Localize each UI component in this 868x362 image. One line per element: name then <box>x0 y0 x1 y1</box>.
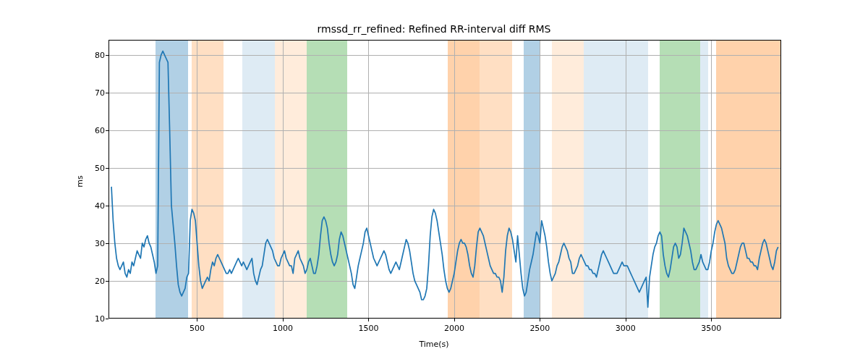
y-tick-label: 10 <box>69 315 105 323</box>
x-tick-label: 1500 <box>346 324 390 333</box>
y-tick-label: 20 <box>69 277 105 285</box>
line-series <box>111 51 778 308</box>
x-tick-label: 2500 <box>518 324 561 333</box>
x-axis-label: Time(s) <box>0 340 868 349</box>
figure: rmssd_rr_refined: Refined RR-interval di… <box>0 0 868 362</box>
y-tick-label: 30 <box>69 240 105 248</box>
x-tick-label: 2000 <box>433 324 476 333</box>
y-tick-label: 70 <box>69 89 105 97</box>
y-tick-label: 50 <box>69 164 105 172</box>
line-series-svg <box>109 40 781 319</box>
chart-title: rmssd_rr_refined: Refined RR-interval di… <box>0 23 868 35</box>
y-tick-label: 40 <box>69 202 105 210</box>
x-tick-label: 1000 <box>261 324 305 333</box>
y-tick-label: 60 <box>69 127 105 135</box>
plot-area <box>109 40 781 319</box>
x-tick-label: 3500 <box>689 324 733 333</box>
x-tick-label: 500 <box>175 324 218 333</box>
x-tick-label: 3000 <box>604 324 647 333</box>
y-tick-label: 80 <box>69 51 105 59</box>
